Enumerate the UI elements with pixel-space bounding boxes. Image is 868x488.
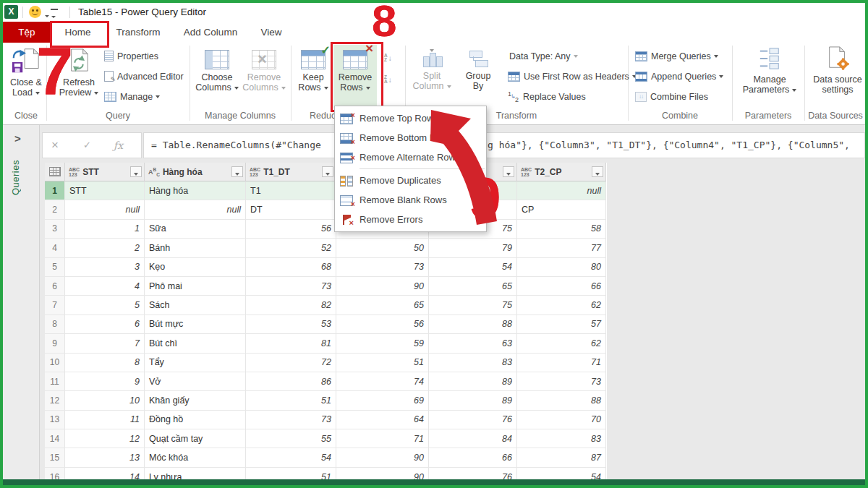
filter-button[interactable] xyxy=(231,166,243,177)
table-cell[interactable]: 55 xyxy=(246,429,336,448)
table-cell[interactable]: 73 xyxy=(246,411,336,429)
choose-columns-button[interactable]: ChooseColumns xyxy=(195,47,239,93)
table-cell[interactable]: 83 xyxy=(517,429,606,448)
table-cell[interactable]: Sách xyxy=(145,296,246,314)
table-cell[interactable]: 50 xyxy=(336,239,429,257)
replace-values-button[interactable]: 1↳2 Replace Values xyxy=(508,90,586,103)
data-type-any-icon[interactable]: ABC123 xyxy=(521,167,532,177)
table-cell[interactable]: 74 xyxy=(336,372,429,391)
row-number[interactable]: 7 xyxy=(45,296,65,314)
table-cell[interactable]: Phô mai xyxy=(145,277,246,296)
table-cell[interactable]: 81 xyxy=(246,334,336,353)
feedback-smiley-icon[interactable] xyxy=(29,6,41,18)
use-first-row-as-headers-button[interactable]: Use First Row as Headers xyxy=(508,70,637,82)
table-cell[interactable]: null xyxy=(65,200,145,219)
table-cell[interactable]: 90 xyxy=(336,277,429,296)
smiley-dropdown-caret-icon[interactable] xyxy=(43,9,49,22)
table-cell[interactable]: null xyxy=(145,200,246,219)
table-cell[interactable]: 54 xyxy=(517,468,606,479)
table-cell[interactable]: 76 xyxy=(429,411,517,429)
table-cell[interactable]: 54 xyxy=(429,258,517,277)
table-cell[interactable]: Vở xyxy=(145,372,246,391)
table-cell[interactable]: 51 xyxy=(246,391,336,410)
table-cell[interactable]: 5 xyxy=(65,296,145,314)
table-cell[interactable]: 62 xyxy=(517,334,606,353)
table-cell[interactable]: 12 xyxy=(65,429,145,448)
table-cell[interactable]: CP xyxy=(517,200,606,219)
row-number[interactable]: 1 xyxy=(45,181,65,200)
table-cell[interactable]: 66 xyxy=(429,448,517,467)
table-cell[interactable]: Tẩy xyxy=(145,354,246,372)
table-cell[interactable]: Bút chì xyxy=(145,334,246,353)
table-cell[interactable]: 10 xyxy=(65,391,145,410)
append-queries-button[interactable]: Append Queries xyxy=(635,70,723,82)
tab-add-column[interactable]: Add Column xyxy=(178,22,243,43)
split-column-button[interactable]: SplitColumn xyxy=(409,47,454,91)
table-cell[interactable]: T1 xyxy=(246,181,336,200)
table-cell[interactable]: Bút mực xyxy=(145,315,246,334)
row-number[interactable]: 5 xyxy=(45,258,65,277)
cancel-formula-icon[interactable]: × xyxy=(51,133,59,158)
table-cell[interactable]: 53 xyxy=(246,315,336,334)
data-source-settings-button[interactable]: Data sourcesettings xyxy=(810,46,865,95)
row-number[interactable]: 13 xyxy=(45,411,65,429)
table-cell[interactable]: 14 xyxy=(65,468,145,479)
table-cell[interactable]: Móc khóa xyxy=(145,448,246,467)
table-cell[interactable]: 69 xyxy=(336,391,429,410)
table-cell[interactable]: 63 xyxy=(429,334,517,353)
table-cell[interactable]: 8 xyxy=(65,354,145,372)
table-cell[interactable]: 7 xyxy=(65,334,145,353)
sort-ascending-button[interactable]: AZ ↓ xyxy=(384,53,392,63)
row-number[interactable]: 4 xyxy=(45,239,65,257)
data-type-button[interactable]: Data Type: Any xyxy=(509,50,578,62)
table-cell[interactable]: 57 xyxy=(517,315,606,334)
merge-queries-button[interactable]: Merge Queries xyxy=(635,50,718,62)
properties-button[interactable]: Properties xyxy=(104,50,158,62)
table-cell[interactable]: 80 xyxy=(517,258,606,277)
tab-view[interactable]: View xyxy=(253,22,289,43)
table-cell[interactable]: Kẹo xyxy=(145,258,246,277)
row-number[interactable]: 6 xyxy=(45,277,65,296)
table-cell[interactable]: 51 xyxy=(336,354,429,372)
fx-icon[interactable]: ƒx xyxy=(114,133,123,158)
row-number[interactable]: 2 xyxy=(45,200,65,219)
table-cell[interactable]: 88 xyxy=(429,315,517,334)
table-cell[interactable]: 59 xyxy=(336,334,429,353)
table-cell[interactable]: Bánh xyxy=(145,239,246,257)
table-cell[interactable]: 65 xyxy=(429,277,517,296)
advanced-editor-button[interactable]: ✎ Advanced Editor xyxy=(104,70,184,82)
column-header-STT[interactable]: ABC123STT xyxy=(65,163,145,181)
table-cell[interactable]: 88 xyxy=(517,391,606,410)
column-header-T2_CP[interactable]: ABC123T2_CP xyxy=(517,163,606,181)
table-cell[interactable]: 84 xyxy=(429,429,517,448)
table-cell[interactable]: Quạt cầm tay xyxy=(145,429,246,448)
table-cell[interactable]: 56 xyxy=(246,220,336,239)
table-cell[interactable]: 6 xyxy=(65,315,145,334)
table-cell[interactable]: 77 xyxy=(517,239,606,257)
filter-button[interactable] xyxy=(130,166,142,177)
table-cell[interactable]: 2 xyxy=(65,239,145,257)
row-number[interactable]: 3 xyxy=(45,220,65,239)
remove-columns-button[interactable]: × RemoveColumns xyxy=(242,47,286,93)
row-number[interactable]: 11 xyxy=(45,372,65,391)
table-cell[interactable]: 90 xyxy=(336,448,429,467)
table-cell[interactable]: 62 xyxy=(517,296,606,314)
table-cell[interactable]: Sữa xyxy=(145,220,246,239)
table-cell[interactable]: Hàng hóa xyxy=(145,181,246,200)
table-cell[interactable]: 79 xyxy=(429,239,517,257)
table-cell[interactable]: 11 xyxy=(65,411,145,429)
row-number[interactable]: 9 xyxy=(45,334,65,353)
table-cell[interactable]: Đồng hồ xyxy=(145,411,246,429)
table-cell[interactable]: 13 xyxy=(65,448,145,467)
table-cell[interactable]: 73 xyxy=(336,258,429,277)
table-cell[interactable]: null xyxy=(517,181,606,200)
table-cell[interactable]: 82 xyxy=(246,296,336,314)
keep-rows-button[interactable]: ✓ KeepRows xyxy=(295,47,331,93)
manage-button[interactable]: Manage xyxy=(104,90,160,103)
table-cell[interactable]: 54 xyxy=(246,448,336,467)
table-cell[interactable]: 90 xyxy=(336,468,429,479)
table-cell[interactable]: 71 xyxy=(517,354,606,372)
row-number[interactable]: 12 xyxy=(45,391,65,410)
table-cell[interactable]: DT xyxy=(246,200,336,219)
table-cell[interactable]: 73 xyxy=(246,277,336,296)
